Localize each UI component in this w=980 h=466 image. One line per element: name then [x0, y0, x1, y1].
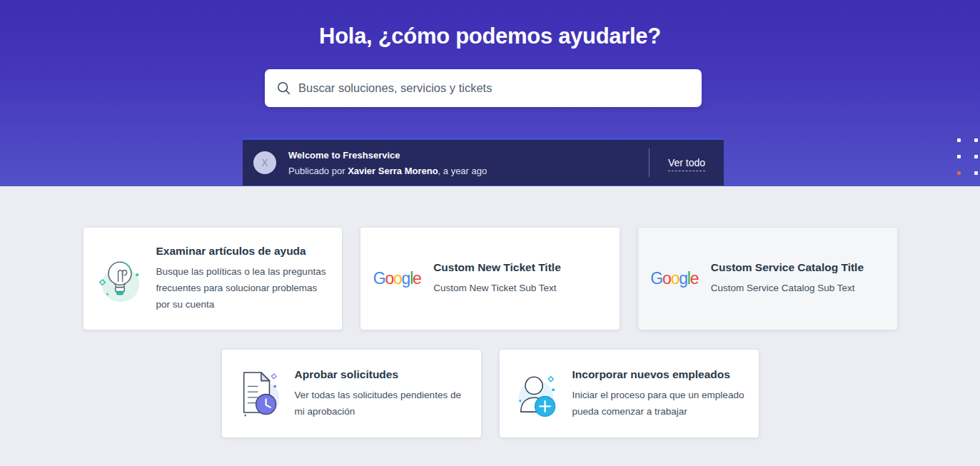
- decor-dot: [974, 171, 978, 175]
- decor-dot: [957, 138, 961, 142]
- card-browse-help-articles[interactable]: Examinar artículos de ayuda Busque las p…: [84, 228, 343, 330]
- avatar: X: [253, 151, 276, 174]
- card-title: Custom Service Catalog Title: [711, 261, 883, 274]
- card-description: Custom Service Catalog Sub Text: [711, 280, 883, 296]
- card-description: Busque las políticas o lea las preguntas…: [156, 263, 328, 313]
- card-approve-requests[interactable]: Aprobar solicitudes Ver todas las solici…: [222, 350, 481, 437]
- google-logo-letter: o: [671, 269, 680, 288]
- google-logo-letter: o: [393, 269, 402, 288]
- card-title: Custom New Ticket Title: [433, 261, 605, 274]
- announcement-title[interactable]: Welcome to Freshservice: [288, 150, 649, 161]
- byline-author: Xavier Serra Moreno: [348, 166, 438, 176]
- announcement-banner[interactable]: X Welcome to Freshservice Publicado por …: [243, 138, 724, 186]
- google-logo: Google: [650, 269, 698, 288]
- card-description: Iniciar el proceso para que un empleado …: [572, 387, 744, 420]
- quick-actions: Examinar artículos de ayuda Busque las p…: [84, 186, 897, 437]
- google-logo-letter: e: [413, 269, 421, 288]
- card-description: Ver todas las solicitudes pendientes de …: [295, 387, 467, 420]
- byline-suffix: , a year ago: [438, 166, 488, 176]
- hero-section: Hola, ¿cómo podemos ayudarle? X Welcome …: [0, 0, 980, 186]
- card-description: Custom New Ticket Sub Text: [433, 280, 605, 296]
- decor-dot: [974, 155, 978, 158]
- byline-prefix: Publicado por: [288, 166, 348, 176]
- google-logo-letter: g: [402, 269, 410, 288]
- document-clock-icon: [238, 367, 279, 421]
- search-bar[interactable]: [265, 69, 702, 107]
- announcement-byline: Publicado por Xavier Serra Moreno, a yea…: [288, 166, 649, 176]
- card-title: Examinar artículos de ayuda: [156, 245, 328, 258]
- card-title: Aprobar solicitudes: [295, 368, 467, 381]
- card-title: Incorporar nuevos empleados: [572, 368, 744, 381]
- google-logo-letter: e: [690, 269, 699, 288]
- decor-dot: [957, 171, 961, 175]
- card-custom-new-ticket[interactable]: Google Custom New Ticket Title Custom Ne…: [360, 228, 620, 330]
- lightbulb-icon: [98, 254, 142, 304]
- google-logo-letter: g: [679, 269, 687, 288]
- google-logo-letter: o: [385, 269, 393, 288]
- page-title: Hola, ¿cómo podemos ayudarle?: [0, 0, 980, 49]
- decor-dots: [957, 138, 978, 175]
- card-custom-service-catalog[interactable]: Google Custom Service Catalog Title Cust…: [638, 228, 897, 330]
- decor-dot: [974, 138, 978, 142]
- search-input[interactable]: [298, 81, 690, 95]
- person-plus-icon: [515, 367, 557, 421]
- decor-dot: [957, 155, 961, 158]
- card-onboard-employees[interactable]: Incorporar nuevos empleados Iniciar el p…: [500, 350, 759, 437]
- view-all-link[interactable]: Ver todo: [668, 157, 705, 171]
- google-logo: Google: [373, 269, 421, 288]
- google-logo-letter: G: [650, 269, 662, 288]
- google-logo-letter: o: [662, 269, 671, 288]
- search-icon: [277, 81, 291, 95]
- google-logo-letter: G: [373, 269, 385, 288]
